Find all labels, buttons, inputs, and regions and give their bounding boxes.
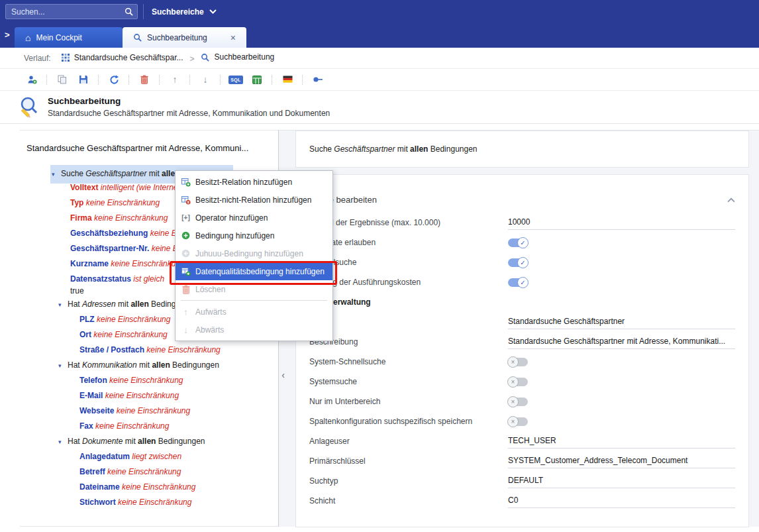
- tree-row[interactable]: Dateiname keine Einschränkung: [20, 480, 278, 495]
- history-crumb-label: Suchbearbeitung: [214, 52, 274, 62]
- top-bar: Suchbereiche: [0, 0, 759, 23]
- chevron-up-icon[interactable]: [727, 197, 735, 203]
- close-icon[interactable]: ×: [221, 32, 236, 43]
- menu-item[interactable]: [+]Operator hinzufügen: [176, 209, 332, 227]
- tree-row[interactable]: Telefon keine Einschränkung: [20, 373, 278, 388]
- field-label: Suchtyp: [309, 476, 508, 486]
- save-icon: [79, 75, 88, 84]
- toggle-on[interactable]: ✓: [508, 258, 528, 267]
- delete-button[interactable]: [136, 71, 153, 88]
- search-areas-dropdown[interactable]: Suchbereiche: [143, 4, 225, 19]
- tab-suchbearbeitung[interactable]: Suchbearbeitung×: [123, 27, 246, 48]
- field-label: Schnellsuche: [309, 258, 508, 267]
- field-row: Schnellsuche✓: [309, 252, 735, 272]
- refresh-button[interactable]: [105, 71, 123, 88]
- expander-icon[interactable]: ▾: [58, 297, 68, 313]
- toggle-off[interactable]: ×: [508, 417, 528, 426]
- menu-item[interactable]: Besitzt-nicht-Relation hinzufügen: [176, 191, 332, 209]
- add-user-button[interactable]: [23, 71, 40, 88]
- tree-row[interactable]: Webseite keine Einschränkung: [20, 403, 278, 419]
- menu-item[interactable]: Datenqualitätsbedingung hinzufügen: [176, 262, 332, 280]
- tab-label: Suchbearbeitung: [147, 33, 207, 42]
- page-title: Suchbearbeitung: [48, 96, 121, 106]
- field-value[interactable]: Standardsuche Geschäftspartner: [508, 315, 735, 329]
- toggle-off[interactable]: ×: [508, 358, 528, 366]
- search-icon: [201, 53, 209, 62]
- table-plus-icon: [181, 178, 191, 187]
- tab-overflow-chevron-icon[interactable]: >: [5, 30, 10, 40]
- plus-circle-icon: [181, 231, 191, 240]
- tree-row[interactable]: Anlagedatum liegt zwischen: [20, 449, 278, 464]
- toolbar-separator: [220, 75, 221, 85]
- field-value[interactable]: 10000: [508, 215, 735, 230]
- history-crumb[interactable]: Standardsuche Geschäftspar...: [62, 53, 183, 62]
- selected-node-header: Suche Geschäftspartner mit allen Bedingu…: [295, 131, 749, 168]
- toggle-on[interactable]: ✓: [508, 239, 528, 247]
- toolbar-separator: [159, 75, 160, 85]
- tree-row[interactable]: ▾Hat Dokumente mit allen Bedingungen: [20, 434, 278, 449]
- menu-item-label: Juhuuu-Bedingung hinzufügen: [195, 249, 303, 258]
- tree-row[interactable]: Straße / Postfach keine Einschränkung: [20, 343, 278, 358]
- menu-item-label: Besitzt-Relation hinzufügen: [195, 178, 292, 187]
- menu-item-label: Bedingung hinzufügen: [195, 231, 274, 240]
- sql-button[interactable]: SQL: [227, 71, 244, 88]
- menu-item[interactable]: Löschen: [176, 280, 332, 298]
- history-bar: Verlauf: Standardsuche Geschäftspar...>S…: [0, 48, 759, 69]
- field-label: Prüfung der Ausführungskosten: [309, 278, 508, 287]
- move-up-button[interactable]: ↑: [166, 71, 183, 88]
- toolbar-separator: [46, 75, 48, 85]
- search-input[interactable]: [6, 7, 125, 17]
- save-button[interactable]: [75, 71, 92, 88]
- pin-button[interactable]: [309, 71, 327, 88]
- table-remove-icon: [181, 195, 191, 205]
- field-value[interactable]: Standardsuche Geschäftspartner mit Adres…: [508, 335, 735, 349]
- tab-mein-cockpit[interactable]: ⌂Mein Cockpit: [15, 27, 123, 48]
- field-list: Anzahl der Ergebnisse (max. 10.000)10000…: [309, 213, 735, 511]
- tree-row[interactable]: Stichwort keine Einschränkung: [20, 495, 278, 510]
- tree-row[interactable]: Fax keine Einschränkung: [20, 419, 278, 434]
- search-icon[interactable]: [125, 7, 133, 16]
- move-down-button[interactable]: ↓: [197, 71, 214, 88]
- arrow-down-icon: ↓: [203, 75, 208, 84]
- menu-item[interactable]: ↓Abwärts: [176, 321, 332, 339]
- copy-button[interactable]: [54, 71, 71, 88]
- expander-icon[interactable]: ▾: [58, 358, 68, 374]
- field-value[interactable]: DEFAULT: [508, 474, 735, 488]
- toggle-off[interactable]: ×: [508, 398, 528, 406]
- arrow-down-icon: ↓: [181, 325, 191, 335]
- field-value[interactable]: TECH_USER: [508, 434, 735, 449]
- field-label: System-Schnellsuche: [309, 357, 508, 366]
- field-value[interactable]: SYSTEM_Customer_Address_Telecom_Document: [508, 454, 735, 468]
- field-row: AnlageuserTECH_USER: [309, 431, 735, 451]
- expander-icon[interactable]: ▾: [52, 167, 61, 182]
- tree-row[interactable]: Betreff keine Einschränkung: [20, 464, 278, 480]
- tree-row[interactable]: ▾Hat Kommunikation mit allen Bedingungen: [20, 358, 278, 373]
- toggle-on[interactable]: ✓: [508, 278, 528, 287]
- sql-icon: SQL: [228, 76, 243, 84]
- splitter-handle[interactable]: ‹: [279, 366, 287, 384]
- chevron-down-icon: [209, 9, 217, 14]
- operator-icon: [+]: [181, 215, 191, 221]
- language-button[interactable]: [279, 71, 296, 88]
- menu-item[interactable]: Juhuuu-Bedingung hinzufügen: [176, 244, 332, 262]
- menu-item-label: Abwärts: [195, 325, 224, 335]
- field-row: Spaltenkonfiguration suchspezifisch spei…: [309, 411, 735, 431]
- refresh-icon: [109, 75, 119, 85]
- toggle-off[interactable]: ×: [508, 378, 528, 386]
- field-value[interactable]: C0: [508, 494, 735, 508]
- pin-icon: [313, 76, 323, 83]
- field-row: Nur im Unterbereich×: [309, 392, 735, 411]
- search-icon: [133, 33, 142, 42]
- menu-item[interactable]: Bedingung hinzufügen: [176, 227, 332, 244]
- field-row: Systemsuche×: [309, 372, 735, 392]
- xml-button[interactable]: [248, 71, 266, 88]
- field-row: Duplikate erlauben✓: [309, 233, 735, 252]
- tree-row[interactable]: E-Mail keine Einschränkung: [20, 388, 278, 403]
- history-crumbs: Standardsuche Geschäftspar...>Suchbearbe…: [62, 52, 275, 64]
- search-areas-label: Suchbereiche: [152, 7, 204, 17]
- field-label: Systemsuche: [309, 377, 508, 386]
- history-crumb[interactable]: Suchbearbeitung: [201, 52, 274, 62]
- menu-item[interactable]: ↑Aufwärts: [176, 303, 332, 321]
- expander-icon[interactable]: ▾: [58, 435, 68, 450]
- menu-item[interactable]: Besitzt-Relation hinzufügen: [176, 173, 332, 191]
